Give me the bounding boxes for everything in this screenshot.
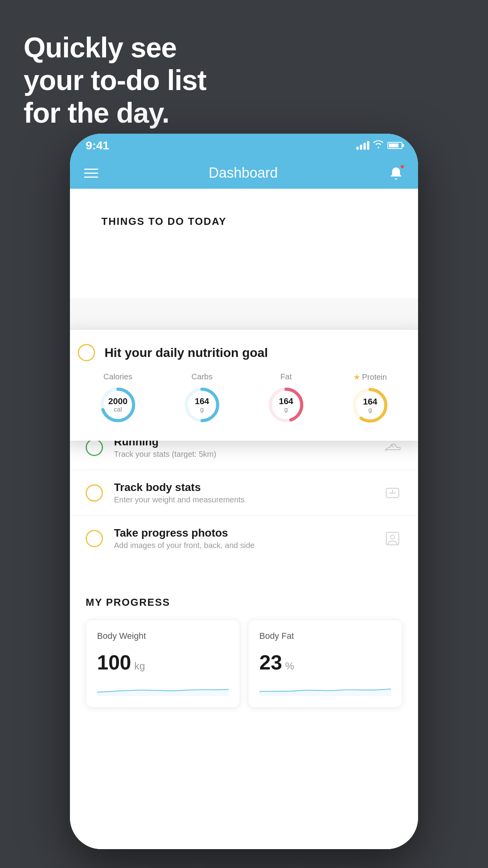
phone-shell: 9:41 bbox=[70, 134, 418, 849]
photos-name: Take progress photos bbox=[114, 527, 372, 539]
calories-value: 2000 bbox=[108, 397, 128, 406]
nutrition-checkbox[interactable] bbox=[78, 344, 95, 361]
body-fat-title: Body Fat bbox=[259, 631, 391, 641]
body-weight-chart bbox=[97, 680, 229, 696]
body-fat-card[interactable]: Body Fat 23 % bbox=[248, 620, 402, 708]
wifi-icon bbox=[373, 140, 383, 151]
calories-ring: 2000 cal bbox=[98, 385, 138, 425]
fat-ring: 164 g bbox=[266, 385, 306, 425]
nutrition-card-title: Hit your daily nutrition goal bbox=[105, 346, 268, 360]
nutrient-calories: Calories 2000 cal bbox=[98, 372, 138, 425]
calories-label: Calories bbox=[103, 372, 132, 381]
status-icons bbox=[356, 140, 402, 151]
body-stats-text: Track body stats Enter your weight and m… bbox=[114, 481, 372, 504]
person-icon bbox=[383, 529, 402, 548]
phone-body: THINGS TO DO TODAY Hit your daily nutrit… bbox=[70, 189, 418, 849]
signal-icon bbox=[356, 141, 369, 150]
protein-unit: g bbox=[363, 406, 378, 414]
body-weight-unit: kg bbox=[134, 660, 145, 672]
section-today-title: THINGS TO DO TODAY bbox=[86, 203, 402, 235]
nutrient-carbs: Carbs 164 g bbox=[182, 372, 222, 425]
body-stats-checkbox[interactable] bbox=[86, 484, 103, 502]
today-section: THINGS TO DO TODAY bbox=[70, 189, 418, 298]
todo-list: Running Track your stats (target: 5km) bbox=[70, 424, 418, 561]
body-fat-unit: % bbox=[285, 660, 294, 672]
photos-text: Take progress photos Add images of your … bbox=[114, 527, 372, 550]
carbs-unit: g bbox=[195, 406, 209, 413]
photos-checkbox[interactable] bbox=[86, 530, 103, 547]
nutrients-row: Calories 2000 cal bbox=[78, 372, 410, 425]
body-stats-sub: Enter your weight and measurements bbox=[114, 495, 372, 504]
star-icon: ★ bbox=[353, 372, 360, 382]
notification-bell-icon[interactable] bbox=[388, 165, 404, 181]
status-bar: 9:41 bbox=[70, 134, 418, 157]
status-time: 9:41 bbox=[86, 139, 109, 152]
fat-label: Fat bbox=[281, 372, 292, 381]
body-fat-value: 23 % bbox=[259, 651, 391, 674]
running-checkbox[interactable] bbox=[86, 439, 103, 456]
nutrient-protein: ★ Protein 164 bbox=[350, 372, 390, 425]
battery-icon bbox=[387, 142, 402, 149]
photos-sub: Add images of your front, back, and side bbox=[114, 541, 372, 550]
calories-unit: cal bbox=[108, 406, 128, 413]
carbs-value: 164 bbox=[195, 397, 209, 406]
headline-line2: your to-do list bbox=[24, 64, 206, 97]
body-weight-title: Body Weight bbox=[97, 631, 229, 641]
protein-value: 164 bbox=[363, 397, 378, 406]
running-sub: Track your stats (target: 5km) bbox=[114, 450, 372, 459]
headline-line1: Quickly see bbox=[24, 31, 206, 64]
nutrient-fat: Fat 164 g bbox=[266, 372, 306, 425]
svg-point-12 bbox=[391, 535, 394, 539]
scale-icon bbox=[383, 483, 402, 503]
todo-item-photos[interactable]: Take progress photos Add images of your … bbox=[70, 515, 418, 561]
body-fat-chart bbox=[259, 680, 391, 696]
carbs-label: Carbs bbox=[191, 372, 212, 381]
body-stats-name: Track body stats bbox=[114, 481, 372, 494]
body-weight-value: 100 kg bbox=[97, 651, 229, 674]
hamburger-menu[interactable] bbox=[84, 169, 98, 178]
carbs-ring: 164 g bbox=[182, 385, 222, 425]
headline: Quickly see your to-do list for the day. bbox=[24, 31, 206, 129]
todo-item-body-stats[interactable]: Track body stats Enter your weight and m… bbox=[70, 470, 418, 515]
nav-title: Dashboard bbox=[209, 165, 278, 181]
protein-label: ★ Protein bbox=[353, 372, 387, 382]
fat-value: 164 bbox=[279, 397, 294, 406]
nutrition-card: Hit your daily nutrition goal Calories bbox=[70, 330, 418, 441]
progress-section: MY PROGRESS Body Weight 100 kg bbox=[70, 581, 418, 715]
top-nav: Dashboard bbox=[70, 157, 418, 189]
fat-unit: g bbox=[279, 406, 294, 413]
progress-cards: Body Weight 100 kg bbox=[86, 620, 402, 708]
notification-dot bbox=[400, 164, 405, 169]
headline-line3: for the day. bbox=[24, 97, 206, 129]
body-weight-card[interactable]: Body Weight 100 kg bbox=[86, 620, 240, 708]
protein-ring: 164 g bbox=[350, 386, 390, 425]
progress-section-title: MY PROGRESS bbox=[86, 596, 402, 609]
